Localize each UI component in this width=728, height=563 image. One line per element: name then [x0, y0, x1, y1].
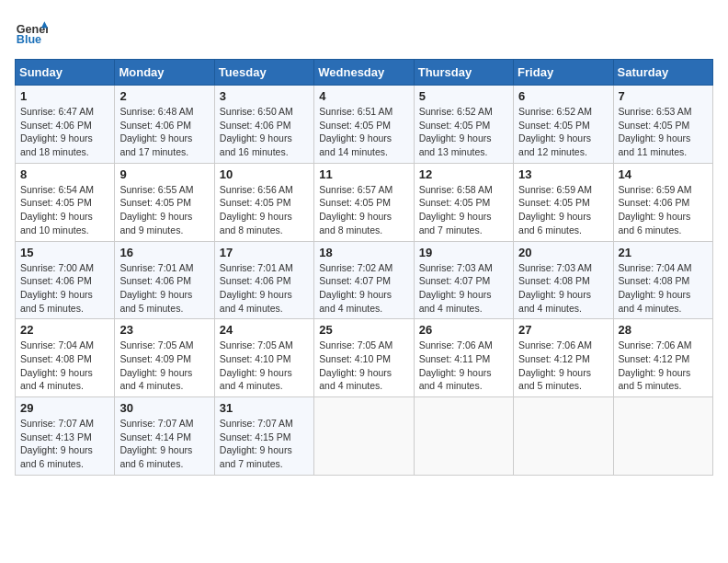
day-info: Sunrise: 6:57 AM Sunset: 4:05 PM Dayligh…: [319, 183, 408, 237]
calendar-cell: 27 Sunrise: 7:06 AM Sunset: 4:12 PM Dayl…: [514, 319, 613, 397]
calendar-cell: 14 Sunrise: 6:59 AM Sunset: 4:06 PM Dayl…: [613, 163, 712, 241]
day-number: 19: [419, 246, 508, 259]
day-number: 21: [619, 246, 708, 259]
day-info: Sunrise: 6:55 AM Sunset: 4:05 PM Dayligh…: [119, 183, 209, 237]
day-info: Sunrise: 7:00 AM Sunset: 4:06 PM Dayligh…: [20, 261, 109, 316]
day-info: Sunrise: 6:58 AM Sunset: 4:05 PM Dayligh…: [419, 183, 508, 237]
day-info: Sunrise: 7:01 AM Sunset: 4:06 PM Dayligh…: [220, 261, 309, 316]
day-number: 27: [518, 323, 608, 337]
calendar-cell: 20 Sunrise: 7:03 AM Sunset: 4:08 PM Dayl…: [514, 241, 613, 319]
calendar-cell: 3 Sunrise: 6:50 AM Sunset: 4:06 PM Dayli…: [214, 86, 313, 164]
day-header-thursday: Thursday: [414, 60, 513, 86]
day-number: 29: [20, 401, 109, 415]
calendar-cell: 6 Sunrise: 6:52 AM Sunset: 4:05 PM Dayli…: [514, 86, 613, 164]
day-info: Sunrise: 6:50 AM Sunset: 4:06 PM Dayligh…: [220, 105, 309, 159]
day-number: 15: [20, 246, 109, 259]
calendar-cell: 28 Sunrise: 7:06 AM Sunset: 4:12 PM Dayl…: [613, 319, 712, 397]
day-info: Sunrise: 7:03 AM Sunset: 4:07 PM Dayligh…: [419, 261, 508, 316]
calendar-cell: 24 Sunrise: 7:05 AM Sunset: 4:10 PM Dayl…: [214, 319, 313, 397]
day-info: Sunrise: 6:52 AM Sunset: 4:05 PM Dayligh…: [419, 105, 508, 159]
day-header-saturday: Saturday: [613, 60, 712, 86]
day-info: Sunrise: 6:52 AM Sunset: 4:05 PM Dayligh…: [518, 105, 608, 159]
calendar-cell: 9 Sunrise: 6:55 AM Sunset: 4:05 PM Dayli…: [115, 163, 214, 241]
day-info: Sunrise: 7:06 AM Sunset: 4:12 PM Dayligh…: [518, 339, 608, 393]
day-number: 4: [319, 89, 408, 103]
day-number: 9: [119, 167, 209, 181]
day-info: Sunrise: 7:05 AM Sunset: 4:10 PM Dayligh…: [220, 339, 309, 393]
calendar-cell: 7 Sunrise: 6:53 AM Sunset: 4:05 PM Dayli…: [613, 86, 712, 164]
day-info: Sunrise: 6:56 AM Sunset: 4:05 PM Dayligh…: [220, 183, 309, 237]
day-info: Sunrise: 7:02 AM Sunset: 4:07 PM Dayligh…: [319, 261, 408, 316]
day-info: Sunrise: 7:04 AM Sunset: 4:08 PM Dayligh…: [20, 339, 109, 393]
calendar-week-row: 1 Sunrise: 6:47 AM Sunset: 4:06 PM Dayli…: [16, 86, 713, 164]
day-header-sunday: Sunday: [16, 60, 115, 86]
calendar-cell: 15 Sunrise: 7:00 AM Sunset: 4:06 PM Dayl…: [16, 241, 115, 319]
calendar-cell: 4 Sunrise: 6:51 AM Sunset: 4:05 PM Dayli…: [314, 86, 414, 164]
day-number: 22: [20, 323, 109, 337]
calendar-cell: [314, 397, 414, 476]
calendar-week-row: 8 Sunrise: 6:54 AM Sunset: 4:05 PM Dayli…: [16, 163, 713, 241]
day-info: Sunrise: 7:05 AM Sunset: 4:10 PM Dayligh…: [319, 339, 408, 393]
day-number: 26: [419, 323, 508, 337]
day-info: Sunrise: 6:51 AM Sunset: 4:05 PM Dayligh…: [319, 105, 408, 159]
calendar-cell: 30 Sunrise: 7:07 AM Sunset: 4:14 PM Dayl…: [115, 397, 214, 476]
day-number: 14: [619, 167, 708, 181]
day-number: 8: [20, 167, 109, 181]
calendar-cell: 26 Sunrise: 7:06 AM Sunset: 4:11 PM Dayl…: [414, 319, 513, 397]
page-header: General Blue: [15, 15, 713, 48]
day-info: Sunrise: 7:03 AM Sunset: 4:08 PM Dayligh…: [518, 261, 608, 316]
day-number: 5: [419, 89, 508, 103]
day-info: Sunrise: 6:47 AM Sunset: 4:06 PM Dayligh…: [20, 105, 109, 159]
day-number: 6: [518, 89, 608, 103]
day-number: 7: [619, 89, 708, 103]
calendar-cell: 18 Sunrise: 7:02 AM Sunset: 4:07 PM Dayl…: [314, 241, 414, 319]
day-info: Sunrise: 6:59 AM Sunset: 4:05 PM Dayligh…: [518, 183, 608, 237]
calendar-week-row: 15 Sunrise: 7:00 AM Sunset: 4:06 PM Dayl…: [16, 241, 713, 319]
day-number: 17: [220, 246, 309, 259]
calendar-cell: [613, 397, 712, 476]
calendar-cell: 17 Sunrise: 7:01 AM Sunset: 4:06 PM Dayl…: [214, 241, 313, 319]
day-header-friday: Friday: [514, 60, 613, 86]
calendar-cell: [414, 397, 513, 476]
calendar-week-row: 29 Sunrise: 7:07 AM Sunset: 4:13 PM Dayl…: [16, 397, 713, 476]
calendar-cell: 2 Sunrise: 6:48 AM Sunset: 4:06 PM Dayli…: [115, 86, 214, 164]
day-number: 23: [119, 323, 209, 337]
calendar-cell: 25 Sunrise: 7:05 AM Sunset: 4:10 PM Dayl…: [314, 319, 414, 397]
day-number: 16: [119, 246, 209, 259]
day-header-tuesday: Tuesday: [214, 60, 313, 86]
day-info: Sunrise: 6:54 AM Sunset: 4:05 PM Dayligh…: [20, 183, 109, 237]
day-number: 13: [518, 167, 608, 181]
day-number: 30: [119, 401, 209, 415]
calendar-cell: 19 Sunrise: 7:03 AM Sunset: 4:07 PM Dayl…: [414, 241, 513, 319]
day-info: Sunrise: 7:07 AM Sunset: 4:15 PM Dayligh…: [220, 417, 309, 471]
calendar-cell: 21 Sunrise: 7:04 AM Sunset: 4:08 PM Dayl…: [613, 241, 712, 319]
day-info: Sunrise: 6:59 AM Sunset: 4:06 PM Dayligh…: [619, 183, 708, 237]
calendar-cell: 11 Sunrise: 6:57 AM Sunset: 4:05 PM Dayl…: [314, 163, 414, 241]
calendar-cell: 22 Sunrise: 7:04 AM Sunset: 4:08 PM Dayl…: [16, 319, 115, 397]
calendar-cell: 16 Sunrise: 7:01 AM Sunset: 4:06 PM Dayl…: [115, 241, 214, 319]
day-info: Sunrise: 7:05 AM Sunset: 4:09 PM Dayligh…: [119, 339, 209, 393]
day-number: 11: [319, 167, 408, 181]
calendar-cell: 1 Sunrise: 6:47 AM Sunset: 4:06 PM Dayli…: [16, 86, 115, 164]
day-number: 25: [319, 323, 408, 337]
day-info: Sunrise: 6:53 AM Sunset: 4:05 PM Dayligh…: [619, 105, 708, 159]
day-info: Sunrise: 7:07 AM Sunset: 4:14 PM Dayligh…: [119, 417, 209, 471]
day-header-monday: Monday: [115, 60, 214, 86]
day-info: Sunrise: 7:06 AM Sunset: 4:12 PM Dayligh…: [619, 339, 708, 393]
calendar-cell: 23 Sunrise: 7:05 AM Sunset: 4:09 PM Dayl…: [115, 319, 214, 397]
day-number: 18: [319, 246, 408, 259]
calendar-cell: 10 Sunrise: 6:56 AM Sunset: 4:05 PM Dayl…: [214, 163, 313, 241]
calendar-cell: 29 Sunrise: 7:07 AM Sunset: 4:13 PM Dayl…: [16, 397, 115, 476]
day-info: Sunrise: 6:48 AM Sunset: 4:06 PM Dayligh…: [119, 105, 209, 159]
day-number: 1: [20, 89, 109, 103]
day-info: Sunrise: 7:04 AM Sunset: 4:08 PM Dayligh…: [619, 261, 708, 316]
calendar-cell: 12 Sunrise: 6:58 AM Sunset: 4:05 PM Dayl…: [414, 163, 513, 241]
calendar-week-row: 22 Sunrise: 7:04 AM Sunset: 4:08 PM Dayl…: [16, 319, 713, 397]
day-number: 2: [119, 89, 209, 103]
logo: General Blue: [15, 15, 48, 48]
day-info: Sunrise: 7:01 AM Sunset: 4:06 PM Dayligh…: [119, 261, 209, 316]
day-info: Sunrise: 7:06 AM Sunset: 4:11 PM Dayligh…: [419, 339, 508, 393]
calendar-table: SundayMondayTuesdayWednesdayThursdayFrid…: [15, 59, 713, 476]
day-header-wednesday: Wednesday: [314, 60, 414, 86]
calendar-header-row: SundayMondayTuesdayWednesdayThursdayFrid…: [16, 60, 713, 86]
